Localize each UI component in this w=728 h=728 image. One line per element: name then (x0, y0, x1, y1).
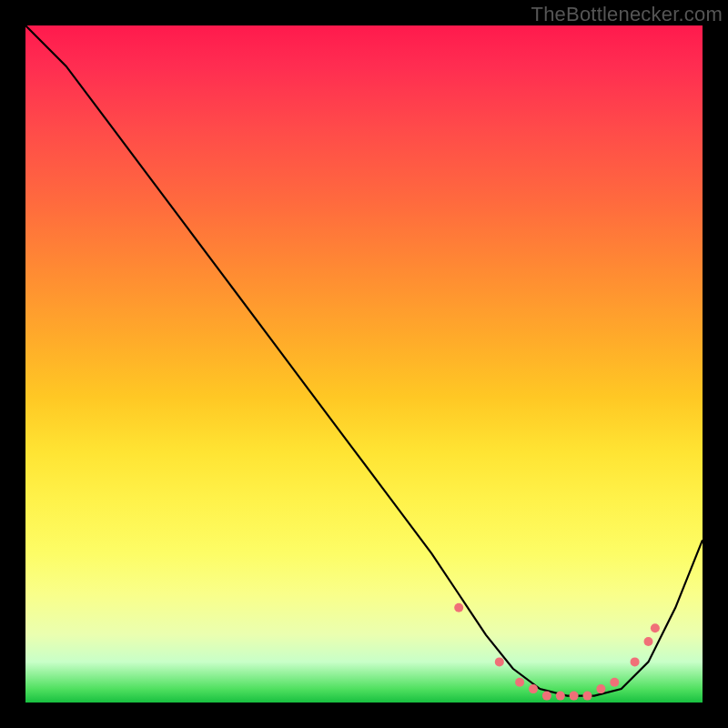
highlight-dot (651, 623, 660, 632)
highlight-dot (529, 684, 538, 693)
chart-svg (25, 25, 703, 703)
highlight-dot (631, 657, 640, 666)
highlight-dot (515, 678, 524, 687)
highlight-dot (570, 692, 579, 701)
highlight-dot (454, 603, 463, 612)
highlight-markers (454, 603, 660, 701)
highlight-dot (610, 678, 619, 687)
highlight-dot (644, 637, 653, 646)
highlight-dot (583, 692, 592, 701)
plot-area (25, 25, 703, 703)
highlight-dot (596, 684, 605, 693)
bottleneck-curve (25, 25, 703, 696)
highlight-dot (495, 657, 504, 666)
chart-frame: TheBottlenecker.com (0, 0, 728, 728)
watermark-text: TheBottlenecker.com (531, 3, 723, 26)
highlight-dot (542, 692, 551, 701)
highlight-dot (556, 692, 565, 701)
